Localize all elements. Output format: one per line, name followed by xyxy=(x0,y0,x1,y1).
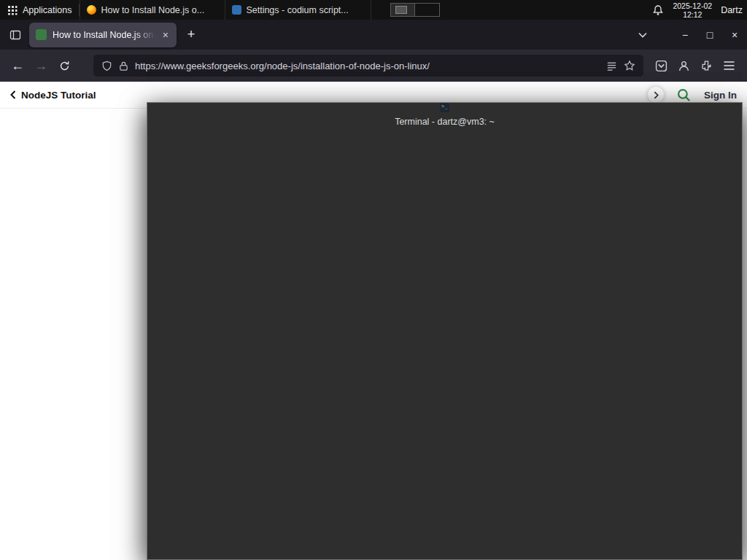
account-icon[interactable] xyxy=(678,60,690,72)
forward-button[interactable]: → xyxy=(29,54,53,77)
menu-hamburger-icon[interactable] xyxy=(723,61,735,71)
nav-primary-label: NodeJS Tutorial xyxy=(21,90,96,101)
workspace-2[interactable] xyxy=(415,4,439,16)
tab-favicon xyxy=(36,29,47,40)
browser-minimize-button[interactable]: − xyxy=(673,20,697,50)
taskbar-window-list: How to Install Node.js o... Settings - c… xyxy=(80,0,371,20)
tab-close-icon[interactable]: × xyxy=(161,29,170,41)
url-bar[interactable]: https://www.geeksforgeeks.org/node-js/in… xyxy=(93,55,643,77)
chevron-right-icon xyxy=(654,91,659,99)
back-button[interactable]: ← xyxy=(6,54,29,77)
applications-grid-icon xyxy=(7,5,18,15)
browser-maximize-button[interactable]: □ xyxy=(697,20,722,50)
firefox-view-button[interactable] xyxy=(4,24,26,46)
window-title: How to Install Node.js o... xyxy=(101,5,204,15)
window-title: Settings - codium script... xyxy=(246,5,348,15)
extensions-puzzle-icon[interactable] xyxy=(700,60,713,72)
nav-right-group: Sign In xyxy=(648,87,737,103)
bookmark-star-icon[interactable] xyxy=(624,60,635,71)
clock[interactable]: 2025-12-02 12:12 xyxy=(673,1,712,19)
url-text[interactable]: https://www.geeksforgeeks.org/node-js/in… xyxy=(135,61,600,71)
clock-time: 12:12 xyxy=(673,10,712,19)
pocket-icon[interactable] xyxy=(655,60,667,72)
nav-scroll-right-button[interactable] xyxy=(648,87,664,103)
search-icon[interactable] xyxy=(677,88,691,102)
window-app-icon xyxy=(87,5,96,15)
tracking-protection-shield-icon[interactable] xyxy=(101,61,112,71)
chevron-left-icon xyxy=(10,90,16,99)
reload-icon xyxy=(59,61,70,71)
nav-primary-item[interactable]: NodeJS Tutorial xyxy=(10,90,96,101)
navigation-toolbar: ← → https://www.geeksforgeeks.org/node-j… xyxy=(0,50,747,82)
workspace-switcher[interactable] xyxy=(390,3,440,17)
window-app-icon xyxy=(440,103,449,112)
list-all-tabs-button[interactable] xyxy=(632,24,654,46)
browser-close-button[interactable]: × xyxy=(722,20,747,50)
tab-strip: How to Install Node.js on... × + − □ × xyxy=(0,20,747,50)
taskbar-window-button[interactable]: Settings - codium script... xyxy=(225,0,371,20)
reload-button[interactable] xyxy=(53,54,76,77)
browser-tab[interactable]: How to Install Node.js on... × xyxy=(29,23,177,47)
new-tab-button[interactable]: + xyxy=(181,25,201,45)
window-app-icon xyxy=(232,5,241,15)
workspace-1[interactable] xyxy=(391,4,415,16)
chevron-down-icon xyxy=(638,32,647,38)
session-user-label[interactable]: Dartz xyxy=(721,5,743,15)
taskbar-window-button[interactable]: Terminal - dartz@vm3: ~ xyxy=(147,102,743,560)
applications-label: Applications xyxy=(23,5,71,15)
notification-bell-icon[interactable] xyxy=(652,4,664,16)
taskbar-status-area: 2025-12-02 12:12 Dartz xyxy=(652,0,747,20)
mini-window-icon xyxy=(395,6,407,14)
clock-date: 2025-12-02 xyxy=(673,1,712,10)
tab-title: How to Install Node.js on... xyxy=(53,30,155,40)
reader-view-icon[interactable] xyxy=(606,61,617,71)
firefox-view-icon xyxy=(9,29,21,41)
tabstrip-right-controls: − □ × xyxy=(632,20,747,50)
system-taskbar: Applications How to Install Node.js o...… xyxy=(0,0,747,20)
applications-menu-button[interactable]: Applications xyxy=(0,0,79,20)
taskbar-window-button[interactable]: How to Install Node.js o... xyxy=(80,0,225,20)
lock-icon[interactable] xyxy=(119,61,128,71)
window-title: Terminal - dartz@vm3: ~ xyxy=(395,117,495,127)
sign-in-link[interactable]: Sign In xyxy=(704,90,737,101)
toolbar-right-icons xyxy=(654,60,741,72)
